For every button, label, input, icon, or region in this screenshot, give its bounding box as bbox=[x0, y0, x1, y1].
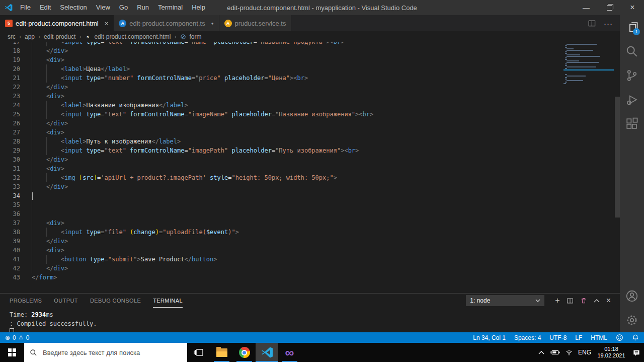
tab-pruduct-service-ts[interactable]: Apruduct.service.ts bbox=[219, 15, 292, 31]
code-line-35[interactable]: 35 bbox=[0, 200, 564, 209]
code-line-36[interactable]: 36 bbox=[0, 209, 564, 219]
panel-tab-problems[interactable]: PROBLEMS bbox=[10, 294, 42, 308]
terminal-picker[interactable]: 1: node bbox=[466, 295, 544, 306]
task-view-button[interactable] bbox=[187, 343, 210, 362]
status-language[interactable]: HTML bbox=[591, 334, 607, 341]
code-line-30[interactable]: 30 </div> bbox=[0, 155, 564, 164]
code-line-24[interactable]: 24 <label>Название изображения</label> bbox=[0, 101, 564, 110]
minimap[interactable] bbox=[564, 44, 614, 85]
split-terminal-icon[interactable] bbox=[567, 298, 574, 304]
code-line-25[interactable]: 25 <input type="text" formControlName="i… bbox=[0, 110, 564, 119]
taskbar-vscode[interactable] bbox=[256, 343, 278, 362]
minimap-line bbox=[564, 77, 614, 78]
sidebar-item-explorer[interactable]: 1 bbox=[620, 15, 644, 39]
tray-language[interactable]: ENG bbox=[576, 343, 594, 362]
tray-battery[interactable] bbox=[548, 343, 562, 362]
code-line-29[interactable]: 29 <input type="text" formControlName="i… bbox=[0, 146, 564, 155]
settings-button[interactable] bbox=[620, 308, 644, 332]
panel-tab-debug-console[interactable]: DEBUG CONSOLE bbox=[90, 294, 141, 308]
line-number-39: 39 bbox=[0, 237, 20, 246]
menu-terminal[interactable]: Terminal bbox=[153, 0, 187, 15]
code-line-32[interactable]: 32 <img [src]='apiUrl + product?.imagePa… bbox=[0, 173, 564, 182]
code-line-37[interactable]: 37 <div> bbox=[0, 219, 564, 228]
line-number-21: 21 bbox=[0, 74, 20, 83]
restore-button[interactable] bbox=[598, 0, 621, 15]
code-editor[interactable]: 17 <input type="text" formControlName="n… bbox=[0, 42, 620, 293]
tab-close-icon[interactable]: × bbox=[105, 20, 109, 27]
menu-selection[interactable]: Selection bbox=[55, 0, 91, 15]
split-editor-icon[interactable] bbox=[588, 20, 596, 27]
status-indentation[interactable]: Spaces: 4 bbox=[514, 334, 541, 341]
status-encoding[interactable]: UTF-8 bbox=[549, 334, 567, 341]
code-area[interactable]: 17 <input type="text" formControlName="n… bbox=[0, 42, 564, 282]
menu-edit[interactable]: Edit bbox=[35, 0, 55, 15]
status-cursor-position[interactable]: Ln 34, Col 1 bbox=[473, 334, 506, 341]
sidebar-item-search[interactable] bbox=[620, 39, 644, 63]
more-actions-icon[interactable]: ··· bbox=[604, 19, 613, 28]
menu-file[interactable]: File bbox=[16, 0, 35, 15]
code-line-27[interactable]: 27 <div> bbox=[0, 128, 564, 137]
code-line-20[interactable]: 20 <label>Цена</label> bbox=[0, 64, 564, 74]
code-line-38[interactable]: 38 <input type="file" (change)="uploadFi… bbox=[0, 228, 564, 237]
breadcrumb-item-src[interactable]: src bbox=[8, 33, 16, 40]
tray-expand-button[interactable] bbox=[535, 343, 548, 362]
code-line-40[interactable]: 40 <div> bbox=[0, 246, 564, 255]
code-line-21[interactable]: 21 <input type="number" formControlName=… bbox=[0, 74, 564, 83]
panel-tab-output[interactable]: OUTPUT bbox=[54, 294, 78, 308]
code-line-31[interactable]: 31 <div> bbox=[0, 164, 564, 173]
taskbar-chrome[interactable] bbox=[233, 343, 256, 362]
search-input[interactable] bbox=[42, 348, 182, 357]
close-panel-icon[interactable]: × bbox=[606, 296, 611, 305]
symbol-icon bbox=[180, 33, 186, 40]
panel-tab-terminal[interactable]: TERMINAL bbox=[153, 294, 183, 308]
code-line-34[interactable]: 34 bbox=[0, 191, 564, 200]
action-center-button[interactable] bbox=[629, 343, 644, 362]
code-line-23[interactable]: 23 <div> bbox=[0, 92, 564, 101]
code-line-41[interactable]: 41 <button type="submit">Save Product</b… bbox=[0, 255, 564, 264]
menu-help[interactable]: Help bbox=[187, 0, 210, 15]
code-line-43[interactable]: 43</form> bbox=[0, 273, 564, 282]
start-button[interactable] bbox=[0, 343, 24, 362]
menu-go[interactable]: Go bbox=[115, 0, 132, 15]
maximize-panel-icon[interactable] bbox=[594, 299, 600, 303]
new-terminal-icon[interactable]: + bbox=[555, 296, 559, 305]
code-line-17[interactable]: 17 <input type="text" formControlName="n… bbox=[0, 42, 564, 46]
tab-edit-product-component-html[interactable]: 5edit-product.component.html× bbox=[0, 15, 114, 31]
minimize-button[interactable]: — bbox=[575, 0, 598, 15]
statusbar-right: Ln 34, Col 1Spaces: 4UTF-8LFHTML bbox=[473, 334, 639, 341]
breadcrumb-file[interactable]: edit-product.component.html bbox=[94, 33, 171, 40]
code-line-42[interactable]: 42 </div> bbox=[0, 264, 564, 273]
minimap-cursor-line bbox=[564, 69, 614, 70]
code-line-33[interactable]: 33 </div> bbox=[0, 182, 564, 191]
tray-clock[interactable]: 01:18 19.02.2021 bbox=[594, 343, 629, 362]
code-line-39[interactable]: 39 </div> bbox=[0, 237, 564, 246]
sidebar-item-extensions[interactable] bbox=[620, 112, 644, 136]
tray-network[interactable] bbox=[562, 343, 576, 362]
breadcrumb-item-edit-product[interactable]: edit-product bbox=[44, 33, 75, 40]
line-content: <div> bbox=[0, 219, 564, 228]
editor-actions: ··· bbox=[588, 15, 620, 31]
angular-component-file-icon: A bbox=[119, 20, 126, 27]
sidebar-item-run-debug[interactable] bbox=[620, 88, 644, 112]
sidebar-item-source-control[interactable] bbox=[620, 63, 644, 88]
status-eol[interactable]: LF bbox=[575, 334, 582, 341]
breadcrumb-item-app[interactable]: app bbox=[25, 33, 35, 40]
code-line-18[interactable]: 18 </div> bbox=[0, 46, 564, 55]
close-button[interactable]: × bbox=[621, 0, 644, 15]
accounts-button[interactable] bbox=[620, 284, 644, 308]
code-line-22[interactable]: 22 </div> bbox=[0, 83, 564, 92]
code-line-28[interactable]: 28 <label>Путь к изображения</label> bbox=[0, 137, 564, 146]
breadcrumb-symbol[interactable]: form bbox=[190, 33, 202, 40]
notifications-bell-icon[interactable] bbox=[632, 334, 639, 341]
editor-scrollbar[interactable] bbox=[615, 97, 620, 218]
code-line-19[interactable]: 19 <div> bbox=[0, 55, 564, 64]
problems-status[interactable]: ⊗ 0 ⚠ 0 bbox=[5, 334, 29, 341]
menu-run[interactable]: Run bbox=[132, 0, 153, 15]
code-line-26[interactable]: 26 </div> bbox=[0, 119, 564, 128]
kill-terminal-icon[interactable] bbox=[580, 297, 587, 304]
taskbar-file-explorer[interactable] bbox=[210, 343, 233, 362]
tab-edit-product-component-ts[interactable]: Aedit-product.component.ts● bbox=[114, 15, 219, 31]
feedback-icon[interactable] bbox=[616, 334, 623, 341]
menu-view[interactable]: View bbox=[92, 0, 115, 15]
taskbar-visual-studio[interactable]: ∞ bbox=[278, 343, 301, 362]
